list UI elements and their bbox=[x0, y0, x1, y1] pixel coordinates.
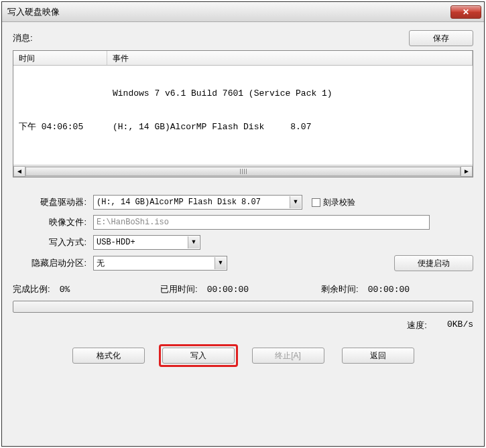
col-event-header[interactable]: 事件 bbox=[107, 51, 473, 65]
log-list: 时间 事件 Windows 7 v6.1 Build 7601 (Service… bbox=[13, 50, 473, 177]
elapsed-value: 00:00:00 bbox=[207, 285, 249, 295]
back-button[interactable]: 返回 bbox=[342, 348, 414, 364]
messages-label: 消息: bbox=[13, 32, 409, 44]
checkbox-box bbox=[312, 198, 320, 207]
abort-button: 终止[A] bbox=[252, 348, 324, 364]
col-time-header[interactable]: 时间 bbox=[13, 51, 107, 65]
write-mode-select[interactable]: USB-HDD+ ▼ bbox=[93, 235, 200, 250]
log-row: Windows 7 v6.1 Build 7601 (Service Pack … bbox=[13, 87, 473, 100]
horizontal-scrollbar[interactable]: ◄ ► bbox=[13, 165, 473, 177]
drive-select[interactable]: (H:, 14 GB)AlcorMP Flash Disk 8.07 ▼ bbox=[93, 195, 302, 210]
log-event: (H:, 14 GB)AlcorMP Flash Disk 8.07 bbox=[113, 121, 467, 134]
log-time bbox=[19, 87, 113, 100]
hide-boot-value: 无 bbox=[97, 258, 105, 269]
log-row: 下午 04:06:05 (H:, 14 GB)AlcorMP Flash Dis… bbox=[13, 121, 473, 134]
verify-label: 刻录校验 bbox=[323, 197, 355, 208]
verify-checkbox[interactable]: 刻录校验 bbox=[312, 197, 355, 208]
drive-value: (H:, 14 GB)AlcorMP Flash Disk 8.07 bbox=[97, 198, 261, 207]
scroll-track[interactable] bbox=[25, 166, 461, 177]
image-file-input[interactable]: E:\HanBoShi.iso bbox=[93, 215, 430, 230]
log-body: Windows 7 v6.1 Build 7601 (Service Pack … bbox=[13, 66, 473, 165]
write-mode-label: 写入方式: bbox=[13, 236, 93, 248]
remain-label: 剩余时间: bbox=[321, 283, 359, 295]
image-value: E:\HanBoShi.iso bbox=[97, 218, 169, 227]
scroll-thumb[interactable] bbox=[25, 167, 461, 176]
chevron-down-icon: ▼ bbox=[215, 257, 226, 269]
scroll-right-arrow[interactable]: ► bbox=[461, 166, 473, 177]
write-button[interactable]: 写入 bbox=[162, 348, 235, 364]
elapsed-label: 已用时间: bbox=[160, 283, 198, 295]
write-mode-value: USB-HDD+ bbox=[97, 238, 135, 247]
save-button[interactable]: 保存 bbox=[409, 30, 473, 46]
done-label: 完成比例: bbox=[13, 283, 50, 295]
log-event: Windows 7 v6.1 Build 7601 (Service Pack … bbox=[113, 87, 467, 100]
window-title: 写入硬盘映像 bbox=[7, 6, 450, 18]
chevron-down-icon: ▼ bbox=[290, 196, 301, 208]
done-value: 0% bbox=[60, 285, 70, 295]
log-header: 时间 事件 bbox=[13, 51, 473, 66]
format-button[interactable]: 格式化 bbox=[72, 348, 145, 364]
drive-label: 硬盘驱动器: bbox=[13, 196, 93, 208]
close-button[interactable]: ✕ bbox=[450, 5, 481, 19]
scroll-left-arrow[interactable]: ◄ bbox=[13, 166, 25, 177]
speed-value: 0KB/s bbox=[447, 319, 473, 331]
write-highlight: 写入 bbox=[159, 344, 238, 367]
remain-value: 00:00:00 bbox=[368, 285, 410, 295]
hide-boot-label: 隐藏启动分区: bbox=[13, 257, 93, 269]
dialog-window: 写入硬盘映像 ✕ 消息: 保存 时间 事件 Windows 7 v6.1 Bui… bbox=[1, 1, 485, 447]
chevron-down-icon: ▼ bbox=[188, 236, 199, 248]
quick-boot-button[interactable]: 便捷启动 bbox=[394, 255, 473, 271]
titlebar: 写入硬盘映像 ✕ bbox=[2, 2, 484, 22]
progress-bar bbox=[13, 301, 473, 313]
speed-label: 速度: bbox=[407, 319, 427, 331]
content-area: 消息: 保存 时间 事件 Windows 7 v6.1 Build 7601 (… bbox=[2, 22, 484, 446]
hide-boot-select[interactable]: 无 ▼ bbox=[93, 256, 227, 271]
form-area: 硬盘驱动器: (H:, 14 GB)AlcorMP Flash Disk 8.0… bbox=[13, 190, 473, 364]
action-buttons: 格式化 写入 终止[A] 返回 bbox=[13, 348, 473, 364]
image-label: 映像文件: bbox=[13, 216, 93, 228]
log-time: 下午 04:06:05 bbox=[19, 121, 113, 134]
